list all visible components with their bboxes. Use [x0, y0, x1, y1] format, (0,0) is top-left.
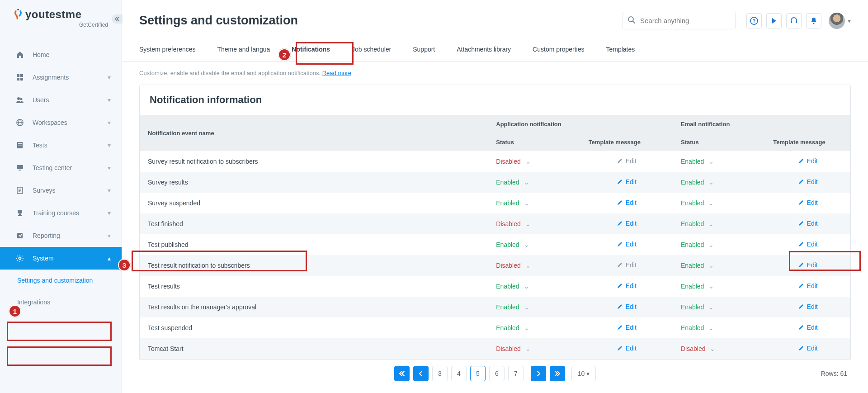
survey-icon — [15, 186, 24, 194]
app-template-edit[interactable]: Edit — [617, 178, 637, 185]
app-template-edit[interactable]: Edit — [617, 241, 637, 248]
email-status: Enabled — [681, 179, 704, 186]
email-status-dropdown[interactable]: ⌄ — [708, 324, 714, 331]
email-status-dropdown[interactable]: ⌄ — [708, 158, 714, 165]
search-icon — [627, 16, 636, 24]
app-template-edit[interactable]: Edit — [617, 282, 637, 289]
page-number-button[interactable]: 3 — [432, 366, 448, 381]
email-template-edit[interactable]: Edit — [798, 303, 818, 310]
sidebar-item-label: Reporting — [33, 232, 60, 239]
sidebar-item-users[interactable]: Users▾ — [0, 89, 122, 111]
email-status-dropdown[interactable]: ⌄ — [708, 303, 714, 311]
gear-icon — [15, 254, 24, 262]
sidebar-item-label: Assignments — [33, 74, 69, 81]
table-row: Survey suspendedEnabled⌄EditEnabled⌄Edit — [140, 193, 850, 213]
collapse-sidebar-button[interactable] — [112, 14, 123, 24]
page-size-select[interactable]: 10 ▾ — [571, 366, 596, 381]
app-status-dropdown[interactable]: ⌄ — [525, 262, 531, 269]
app-status-dropdown[interactable]: ⌄ — [524, 283, 529, 290]
chevron-down-icon: ▾ — [108, 232, 111, 239]
app-template-edit[interactable]: Edit — [617, 324, 637, 331]
tab-templates[interactable]: Templates — [606, 39, 635, 61]
annotation-badge-2: 2 — [278, 48, 291, 61]
tests-icon — [15, 141, 24, 149]
sidebar-item-workspaces[interactable]: Workspaces▾ — [0, 111, 122, 134]
page-next-button[interactable] — [531, 366, 546, 381]
monitor-icon — [15, 164, 24, 172]
page-number-button[interactable]: 7 — [508, 366, 524, 381]
page-first-button[interactable] — [394, 366, 410, 381]
tab-job-scheduler[interactable]: Job scheduler — [352, 39, 391, 61]
app-status-dropdown[interactable]: ⌄ — [524, 241, 529, 248]
sidebar-item-reporting[interactable]: Reporting▾ — [0, 224, 122, 247]
tab-custom-properties[interactable]: Custom properties — [533, 39, 584, 61]
email-status-dropdown[interactable]: ⌄ — [710, 345, 715, 352]
email-template-edit[interactable]: Edit — [798, 241, 818, 248]
app-status: Disabled — [496, 345, 520, 352]
help-button[interactable]: ? — [746, 13, 762, 28]
user-avatar[interactable] — [829, 13, 845, 29]
app-template-edit[interactable]: Edit — [617, 220, 637, 227]
page-number-button[interactable]: 5 — [470, 366, 486, 381]
sidebar-item-home[interactable]: Home — [0, 43, 122, 66]
sidebar-item-training-courses[interactable]: Training courses▾ — [0, 202, 122, 224]
sidebar-item-testing-center[interactable]: Testing center▾ — [0, 156, 122, 179]
home-icon — [15, 51, 24, 59]
email-template-edit[interactable]: Edit — [798, 261, 818, 269]
panel-title: Notification information — [140, 85, 850, 115]
svg-point-19 — [19, 257, 21, 260]
app-template-edit[interactable]: Edit — [617, 199, 637, 206]
brand-name: youtestme — [25, 8, 82, 20]
tab-notifications[interactable]: Notifications — [292, 39, 330, 61]
tab-attachments-library[interactable]: Attachments library — [457, 39, 511, 61]
page-number-button[interactable]: 6 — [489, 366, 505, 381]
email-template-edit[interactable]: Edit — [798, 345, 818, 352]
sidebar-item-label: Workspaces — [33, 119, 67, 126]
app-status-dropdown[interactable]: ⌄ — [524, 324, 529, 331]
app-status-dropdown[interactable]: ⌄ — [524, 179, 529, 186]
page-last-button[interactable] — [550, 366, 565, 381]
app-template-edit[interactable]: Edit — [617, 345, 637, 352]
email-status-dropdown[interactable]: ⌄ — [708, 283, 714, 290]
search-input[interactable] — [623, 12, 736, 29]
email-template-edit[interactable]: Edit — [798, 282, 818, 289]
tab-theme-and-langua[interactable]: Theme and langua — [217, 39, 270, 61]
page-prev-button[interactable] — [413, 366, 429, 381]
sidebar-item-settings-and-customization[interactable]: Settings and customization — [0, 270, 122, 291]
email-status-dropdown[interactable]: ⌄ — [708, 241, 714, 248]
email-template-edit[interactable]: Edit — [798, 178, 818, 185]
sidebar-item-tests[interactable]: Tests▾ — [0, 134, 122, 156]
email-template-edit[interactable]: Edit — [798, 324, 818, 331]
svg-rect-1 — [17, 74, 19, 77]
notifications-button[interactable] — [806, 13, 821, 28]
email-template-edit[interactable]: Edit — [798, 220, 818, 227]
app-status-dropdown[interactable]: ⌄ — [524, 199, 529, 207]
tab-system-preferences[interactable]: System preferences — [139, 39, 196, 61]
event-name-cell: Test result notification to subscribers — [140, 255, 488, 276]
col-event: Notification event name — [140, 115, 488, 152]
chevron-down-icon: ▾ — [108, 209, 111, 217]
sidebar-item-system[interactable]: System▴ — [0, 247, 122, 270]
app-status-dropdown[interactable]: ⌄ — [524, 303, 529, 311]
col-app-status: Status — [488, 133, 580, 152]
email-template-edit[interactable]: Edit — [798, 199, 818, 206]
page-number-button[interactable]: 4 — [451, 366, 467, 381]
email-status-dropdown[interactable]: ⌄ — [708, 199, 714, 207]
play-button[interactable] — [766, 13, 782, 28]
app-template-edit[interactable]: Edit — [617, 303, 637, 310]
email-status-dropdown[interactable]: ⌄ — [708, 262, 714, 269]
app-status-dropdown[interactable]: ⌄ — [525, 345, 531, 352]
app-status: Disabled — [496, 220, 520, 227]
user-menu-caret[interactable]: ▾ — [848, 17, 851, 24]
email-template-edit[interactable]: Edit — [798, 157, 818, 165]
tab-support[interactable]: Support — [413, 39, 435, 61]
email-status-dropdown[interactable]: ⌄ — [708, 220, 714, 227]
read-more-link[interactable]: Read more — [322, 70, 351, 76]
sidebar-item-label: Training courses — [33, 209, 79, 217]
app-status-dropdown[interactable]: ⌄ — [525, 158, 531, 165]
sidebar-item-assignments[interactable]: Assignments▾ — [0, 66, 122, 89]
app-status-dropdown[interactable]: ⌄ — [525, 220, 531, 227]
email-status-dropdown[interactable]: ⌄ — [708, 179, 714, 186]
sidebar-item-surveys[interactable]: Surveys▾ — [0, 179, 122, 202]
headset-button[interactable] — [786, 13, 802, 28]
